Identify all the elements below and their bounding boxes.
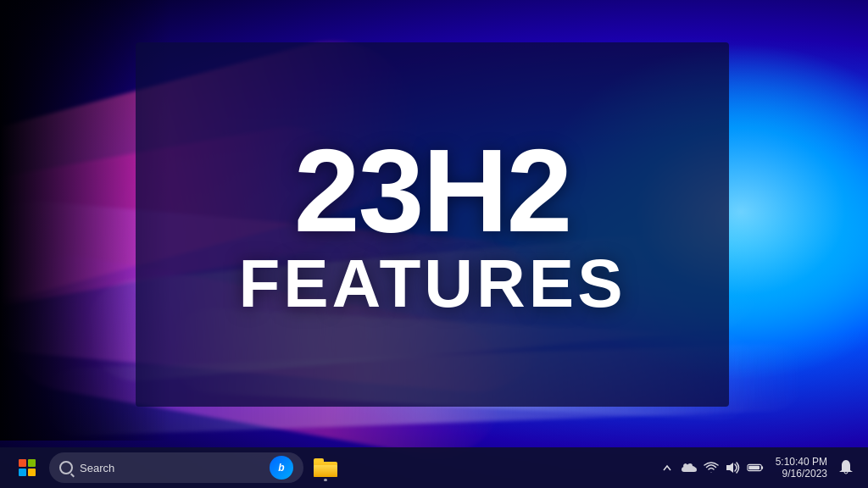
win-pane-blue (19, 469, 26, 476)
start-button[interactable] (10, 451, 44, 485)
search-label: Search (80, 462, 263, 474)
battery-button[interactable] (747, 459, 764, 476)
win-pane-red (19, 459, 26, 467)
chevron-up-icon (663, 463, 671, 472)
bing-icon: b (278, 462, 284, 474)
svg-marker-0 (726, 463, 733, 473)
cloud-icon (681, 462, 698, 474)
clock-time: 5:10:40 PM (776, 456, 827, 468)
win-pane-green (28, 459, 36, 467)
svg-rect-3 (748, 466, 760, 470)
feature-title-main: 23H2 (294, 131, 571, 250)
bell-icon (838, 459, 854, 476)
speaker-icon (726, 461, 741, 474)
bing-button[interactable]: b (270, 456, 293, 480)
search-icon (59, 461, 73, 474)
clock-date: 9/16/2023 (782, 468, 827, 480)
notification-button[interactable] (834, 456, 858, 480)
wifi-button[interactable] (703, 459, 720, 476)
volume-button[interactable] (725, 459, 742, 476)
wifi-icon (704, 462, 719, 474)
win-pane-yellow (28, 469, 36, 476)
file-explorer-button[interactable] (309, 451, 342, 485)
svg-rect-2 (761, 466, 763, 469)
folder-front (314, 465, 337, 477)
onedrive-button[interactable] (681, 459, 698, 476)
windows-logo-icon (19, 459, 36, 476)
feature-card: 23H2 FEATURES (136, 42, 729, 407)
folder-icon (314, 458, 337, 477)
clock-button[interactable]: 5:10:40 PM 9/16/2023 (772, 456, 831, 480)
battery-icon (747, 463, 764, 473)
show-hidden-icons-button[interactable] (659, 459, 676, 476)
feature-title-sub: FEATURES (238, 250, 626, 318)
taskbar-search-bar[interactable]: Search b (49, 452, 303, 483)
app-active-indicator (324, 479, 327, 481)
taskbar: Search b (0, 447, 868, 488)
system-tray: 5:10:40 PM 9/16/2023 (654, 456, 858, 480)
tray-icon-group (654, 459, 769, 476)
